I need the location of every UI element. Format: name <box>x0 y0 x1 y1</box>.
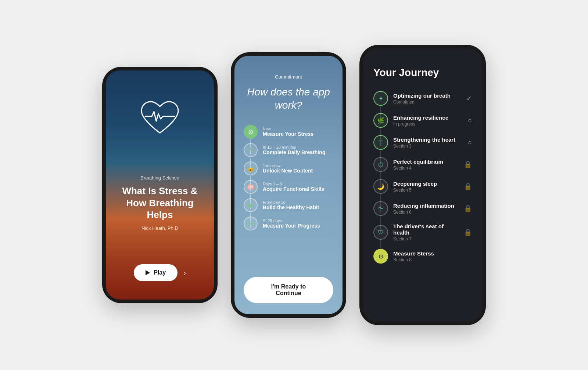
journey-item-breath[interactable]: ✦ Optimizing our breath Completed ✓ <box>373 87 472 109</box>
phone-2: Commitment How does the app work? ⊕ Now … <box>232 53 345 317</box>
phone-2-screen: Commitment How does the app work? ⊕ Now … <box>234 56 343 314</box>
journey-sub-drivers-seat: Section 7 <box>393 236 459 242</box>
journey-text-measure-stress: Measure Sterss Section 8 <box>393 250 467 262</box>
phone-1-author: Nick Heath, Ph.D <box>117 225 203 231</box>
journey-status-resilience: ○ <box>468 117 472 124</box>
journey-item-equilibrium: ⬡ Perfect equilibrium Section 4 🔒 <box>373 153 472 175</box>
journey-title-heart: Strengthening the heart <box>393 137 463 143</box>
journey-list: ✦ Optimizing our breath Completed ✓ 🌿 <box>373 87 472 311</box>
step-timing-1: Now <box>263 127 333 131</box>
journey-sub-measure-stress: Section 8 <box>393 257 467 262</box>
phone-3: Your Journey ✦ Optimizing our breath Com… <box>360 46 485 324</box>
step-timing-2: In 15 – 20 minutes <box>263 145 333 149</box>
journey-status-inflammation: 🔒 <box>464 204 472 213</box>
journey-icon-equilibrium: ⬡ <box>373 157 388 172</box>
step-text-6: At 28 days Measure Your Progress <box>263 218 333 229</box>
journey-icon-drivers-seat: 🛡 <box>373 225 388 240</box>
journey-text-equilibrium: Perfect equilibrium Section 4 <box>393 159 459 171</box>
step-timing-4: Days 1 – 9 <box>263 182 333 186</box>
step-item-4: 🫁 Days 1 – 9 Acquire Functional Skills <box>244 178 333 196</box>
step-text-5: From day 10 Build the Healthy Habit <box>263 200 333 210</box>
step-icon-habit: ◉ <box>244 198 258 212</box>
journey-sub-inflammation: Section 6 <box>393 210 459 215</box>
phone-1-screen: Breathing Science What Is Stress & How B… <box>106 70 214 300</box>
step-text-4: Days 1 – 9 Acquire Functional Skills <box>263 182 333 192</box>
journey-icon-measure-stress: ⊙ <box>373 249 388 264</box>
phone-3-screen: Your Journey ✦ Optimizing our breath Com… <box>363 48 482 322</box>
journey-title-drivers-seat: The driver's seat of health <box>393 223 459 236</box>
journey-title-equilibrium: Perfect equilibrium <box>393 159 459 165</box>
step-item-1: ⊕ Now Measure Your Stress <box>244 123 333 141</box>
step-item-5: ◉ From day 10 Build the Healthy Habit <box>244 196 333 214</box>
journey-item-resilience[interactable]: 🌿 Enhancing resilience In progress ○ <box>373 109 472 131</box>
journey-text-resilience: Enhancing resilience In progress <box>393 115 463 127</box>
step-icon-breathing: ⏱ <box>244 143 258 157</box>
phones-container: Breathing Science What Is Stress & How B… <box>88 31 500 339</box>
journey-title: Your Journey <box>373 67 472 79</box>
step-timing-3: Tomorrow <box>263 163 333 168</box>
step-title-1: Measure Your Stress <box>263 131 333 137</box>
step-icon-measure-stress: ⊕ <box>244 125 258 139</box>
phone-1-title: What Is Stress & How Breathing Helps <box>117 185 203 221</box>
journey-status-equilibrium: 🔒 <box>464 160 472 168</box>
journey-text-heart: Strengthening the heart Section 3 <box>393 137 463 149</box>
step-icon-progress: ⊕ <box>244 217 258 231</box>
phone-2-title: How does the app work? <box>244 86 333 112</box>
journey-status-drivers-seat: 🔒 <box>464 228 472 236</box>
journey-title-sleep: Deepening sleep <box>393 181 459 187</box>
journey-title-inflammation: Reducing inflammation <box>393 203 459 209</box>
step-text-1: Now Measure Your Stress <box>263 127 333 137</box>
step-text-2: In 15 – 20 minutes Complete Daily Breath… <box>263 145 333 155</box>
journey-status-breath: ✓ <box>466 94 472 102</box>
journey-item-sleep: 🌙 Deepening sleep Section 5 🔒 <box>373 175 472 197</box>
phone-1-text-block: Breathing Science What Is Stress & How B… <box>117 142 203 264</box>
heart-monitor-icon <box>134 100 186 142</box>
step-item-3: 🔒 Tomorrow Unlock New Content <box>244 159 333 178</box>
step-title-5: Build the Healthy Habit <box>263 204 333 210</box>
phone-2-inner: Commitment How does the app work? ⊕ Now … <box>232 53 345 317</box>
journey-item-measure-stress: ⊙ Measure Sterss Section 8 <box>373 245 472 267</box>
play-button[interactable]: Play <box>134 264 178 281</box>
play-label: Play <box>154 269 166 276</box>
journey-title-breath: Optimizing our breath <box>393 92 461 99</box>
step-icon-unlock: 🔒 <box>244 162 258 175</box>
journey-status-heart: ○ <box>468 139 472 146</box>
journey-status-sleep: 🔒 <box>464 182 472 191</box>
play-arrow-icon <box>146 270 150 275</box>
journey-sub-equilibrium: Section 4 <box>393 166 459 171</box>
journey-icon-inflammation: 〜 <box>373 201 388 216</box>
phone-1: Breathing Science What Is Stress & How B… <box>103 68 217 302</box>
phone-3-inner: Your Journey ✦ Optimizing our breath Com… <box>360 46 485 324</box>
step-title-6: Measure Your Progress <box>263 223 333 229</box>
step-title-3: Unlock New Content <box>263 168 333 174</box>
journey-sub-sleep: Section 5 <box>393 188 459 193</box>
step-timing-6: At 28 days <box>263 218 333 223</box>
journey-icon-heart: ♡ <box>373 135 388 150</box>
journey-item-heart[interactable]: ♡ Strengthening the heart Section 3 ○ <box>373 131 472 153</box>
step-title-4: Acquire Functional Skills <box>263 186 333 192</box>
step-timing-5: From day 10 <box>263 200 333 204</box>
journey-title-measure-stress: Measure Sterss <box>393 250 467 257</box>
journey-sub-resilience: In progress <box>393 121 463 127</box>
ready-to-continue-button[interactable]: I'm Ready to Continue <box>244 277 333 303</box>
journey-sub-heart: Section 3 <box>393 144 463 149</box>
step-title-2: Complete Daily Breathing <box>263 149 333 155</box>
step-item-2: ⏱ In 15 – 20 minutes Complete Daily Brea… <box>244 141 333 159</box>
play-section: Play › <box>117 264 203 281</box>
commitment-label: Commitment <box>275 74 302 80</box>
step-item-6: ⊕ At 28 days Measure Your Progress <box>244 214 333 233</box>
step-icon-functional: 🫁 <box>244 180 258 194</box>
next-arrow-icon[interactable]: › <box>183 269 186 277</box>
steps-list: ⊕ Now Measure Your Stress ⏱ In 15 – 20 m… <box>244 123 333 269</box>
step-text-3: Tomorrow Unlock New Content <box>263 163 333 174</box>
journey-text-sleep: Deepening sleep Section 5 <box>393 181 459 193</box>
breathing-science-label: Breathing Science <box>117 175 203 181</box>
journey-icon-resilience: 🌿 <box>373 113 388 128</box>
journey-sub-breath: Completed <box>393 99 461 105</box>
journey-item-inflammation: 〜 Reducing inflammation Section 6 🔒 <box>373 197 472 220</box>
journey-icon-sleep: 🌙 <box>373 179 388 194</box>
journey-icon-breath: ✦ <box>373 91 388 106</box>
phone-1-inner: Breathing Science What Is Stress & How B… <box>103 68 217 302</box>
journey-item-drivers-seat: 🛡 The driver's seat of health Section 7 … <box>373 220 472 245</box>
journey-title-resilience: Enhancing resilience <box>393 115 463 121</box>
